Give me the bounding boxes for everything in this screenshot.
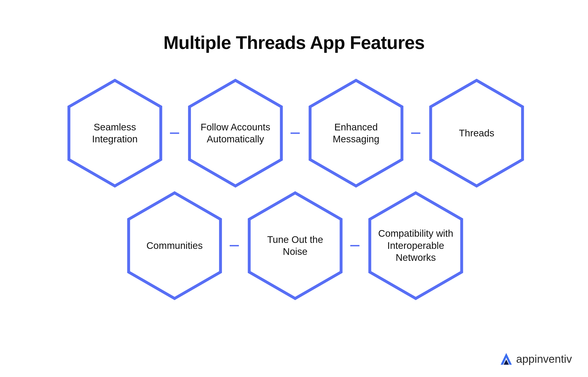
hex-label: Compatibility with Interoperable Network… (358, 188, 473, 303)
connector (411, 132, 420, 134)
brand-a-icon (500, 352, 513, 365)
brand-logo: appinventiv (500, 352, 572, 365)
hex-label: Tune Out the Noise (238, 188, 353, 303)
brand-name: appinventiv (516, 353, 572, 365)
diagram-title: Multiple Threads App Features (0, 32, 588, 53)
hex-threads: Threads (419, 76, 534, 190)
hex-label: Threads (419, 76, 534, 190)
hex-enhanced-messaging: Enhanced Messaging (299, 76, 413, 190)
connector (350, 245, 360, 246)
hex-label: Communities (117, 188, 232, 303)
hex-label: Enhanced Messaging (299, 76, 413, 190)
connector (290, 132, 300, 134)
connector (230, 245, 239, 246)
hex-seamless-integration: Seamless Integration (57, 76, 172, 190)
hex-communities: Communities (117, 188, 232, 303)
connector (170, 132, 179, 134)
hex-compatibility-networks: Compatibility with Interoperable Network… (358, 188, 473, 303)
hex-tune-out-noise: Tune Out the Noise (238, 188, 353, 303)
hex-diagram: Seamless Integration Follow Accounts Aut… (53, 76, 535, 328)
hex-label: Seamless Integration (57, 76, 172, 190)
hex-follow-accounts: Follow Accounts Automatically (178, 76, 293, 190)
hex-label: Follow Accounts Automatically (178, 76, 293, 190)
